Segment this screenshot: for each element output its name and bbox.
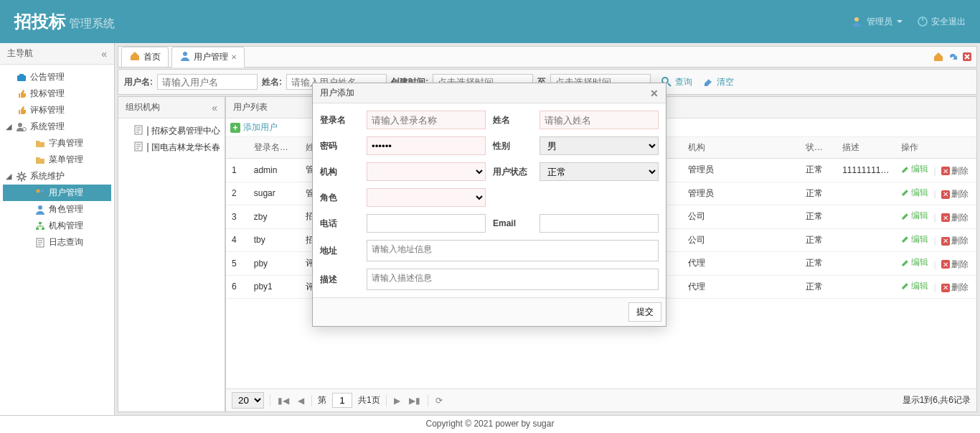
modal-body: 登录名 姓名 密码 性别 男 机构 用户状态 正常 角色 电话 Email 地址… [313, 103, 666, 297]
modal-title: 用户添加 [320, 87, 354, 99]
clear-button[interactable]: 清空 [702, 76, 734, 88]
home-icon [129, 50, 141, 64]
nav-label: 机构管理 [49, 220, 83, 232]
search-name-label: 姓名: [262, 76, 282, 88]
pager-display: 显示1到6,共6记录 [903, 394, 971, 406]
addr-input[interactable] [367, 240, 659, 261]
delete-button[interactable]: ✕删除 [941, 188, 969, 200]
cell-idx: 1 [226, 159, 248, 182]
folder-icon [34, 154, 46, 166]
nav-item-角色管理[interactable]: 角色管理 [3, 201, 111, 218]
cell-idx: 4 [226, 228, 248, 252]
edit-button[interactable]: 编辑 [901, 187, 928, 199]
delete-button[interactable]: ✕删除 [941, 281, 969, 294]
pager-last-icon[interactable]: ▶▮ [407, 396, 422, 406]
tab-close-all-icon[interactable] [961, 50, 974, 63]
grid-panel-title: 用户列表 [233, 101, 268, 113]
svg-rect-12 [36, 228, 39, 230]
delete-button[interactable]: ✕删除 [941, 212, 969, 224]
org-item[interactable]: 招标交易管理中心 [123, 123, 220, 139]
nav-item-投标管理[interactable]: 投标管理 [3, 85, 111, 102]
col-login[interactable]: 登录名▲▼ [248, 137, 300, 159]
nav-item-菜单管理[interactable]: 菜单管理 [3, 152, 111, 168]
cell-login: sugar [248, 182, 300, 205]
col-desc[interactable]: 描述 [837, 137, 895, 159]
login-input[interactable] [367, 111, 486, 129]
svg-point-8 [37, 189, 40, 192]
nav-label: 用户管理 [49, 187, 83, 199]
logout-button[interactable]: 安全退出 [917, 16, 966, 28]
add-user-button[interactable]: + 添加用户 [230, 121, 278, 134]
nav-item-字典管理[interactable]: 字典管理 [3, 135, 111, 152]
tab-home-icon[interactable] [932, 50, 945, 63]
svg-point-15 [183, 52, 187, 56]
modal-close-icon[interactable]: ✕ [650, 88, 659, 99]
cell-ops: 编辑 | ✕删除 [895, 252, 976, 276]
user-icon [179, 50, 191, 64]
pager-first-icon[interactable]: ▮◀ [276, 396, 291, 406]
name-label: 姓名 [493, 114, 532, 126]
app-header: 招投标 管理系统 管理员 安全退出 [0, 0, 980, 43]
user-icon [851, 16, 862, 27]
cell-ops: 编辑 | ✕删除 [895, 205, 976, 229]
gear-icon [16, 171, 27, 182]
role-select[interactable] [367, 188, 486, 207]
close-icon[interactable]: ✕ [231, 53, 237, 61]
cell-ops: 编辑 | ✕删除 [895, 228, 976, 252]
pager-prev-icon[interactable]: ◀ [296, 396, 306, 406]
col-org[interactable]: 机构 [682, 137, 800, 159]
tree-toggle-icon: ◢ [6, 172, 13, 181]
nav-item-公告管理[interactable]: 公告管理 [3, 69, 111, 85]
nav-label: 日志查询 [49, 236, 83, 248]
nav-tree: 公告管理投标管理评标管理◢系统管理字典管理菜单管理◢系统维护用户管理角色管理机构… [0, 65, 114, 415]
org-item[interactable]: 国电吉林龙华长春 [123, 139, 220, 156]
tab-list: 首页用户管理✕ [121, 47, 245, 67]
edit-button[interactable]: 编辑 [901, 210, 928, 222]
collapse-icon[interactable]: « [101, 48, 107, 60]
col-status[interactable]: 状态▲▼ [800, 137, 837, 159]
tab-undo-icon[interactable] [946, 50, 959, 63]
pager-refresh-icon[interactable]: ⟳ [434, 396, 444, 406]
edit-button[interactable]: 编辑 [901, 256, 928, 269]
nav-item-评标管理[interactable]: 评标管理 [3, 102, 111, 118]
sex-select[interactable]: 男 [540, 136, 659, 155]
tel-input[interactable] [367, 214, 486, 233]
delete-icon: ✕ [941, 190, 950, 199]
state-select[interactable]: 正常 [540, 162, 659, 181]
search-user-input[interactable] [157, 74, 258, 90]
nav-label: 角色管理 [49, 203, 83, 215]
pager-next-icon[interactable]: ▶ [392, 396, 402, 406]
email-input[interactable] [540, 214, 659, 233]
checkbox[interactable] [147, 126, 149, 136]
page-size-select[interactable]: 20 [232, 392, 264, 409]
user-menu[interactable]: 管理员 [851, 16, 903, 28]
cell-login: pby1 [248, 275, 300, 299]
pwd-input[interactable] [367, 136, 486, 155]
header-actions: 管理员 安全退出 [851, 16, 966, 28]
submit-button[interactable]: 提交 [628, 302, 661, 322]
cell-org: 代理 [682, 252, 800, 276]
org-collapse-icon[interactable]: « [212, 102, 217, 113]
logout-label: 安全退出 [931, 16, 966, 28]
edit-button[interactable]: 编辑 [901, 280, 928, 292]
checkbox[interactable] [147, 143, 149, 152]
cell-org: 管理员 [682, 182, 800, 205]
nav-item-机构管理[interactable]: 机构管理 [3, 218, 111, 234]
delete-button[interactable]: ✕删除 [941, 235, 969, 247]
nav-item-用户管理[interactable]: 用户管理 [3, 185, 111, 201]
tab-首页[interactable]: 首页 [121, 47, 169, 67]
edit-button[interactable]: 编辑 [901, 233, 928, 246]
desc-input[interactable] [367, 269, 659, 290]
pager-page-input[interactable] [332, 393, 352, 408]
name-input[interactable] [540, 111, 659, 129]
tab-用户管理[interactable]: 用户管理✕ [171, 47, 245, 67]
nav-item-系统维护[interactable]: ◢系统维护 [3, 168, 111, 185]
modal-header[interactable]: 用户添加 ✕ [313, 83, 666, 103]
edit-button[interactable]: 编辑 [901, 163, 928, 175]
org-select[interactable] [367, 162, 486, 181]
delete-button[interactable]: ✕删除 [941, 259, 969, 271]
nav-item-日志查询[interactable]: 日志查询 [3, 234, 111, 251]
cell-desc [837, 205, 895, 229]
delete-button[interactable]: ✕删除 [941, 165, 969, 177]
nav-item-系统管理[interactable]: ◢系统管理 [3, 118, 111, 135]
